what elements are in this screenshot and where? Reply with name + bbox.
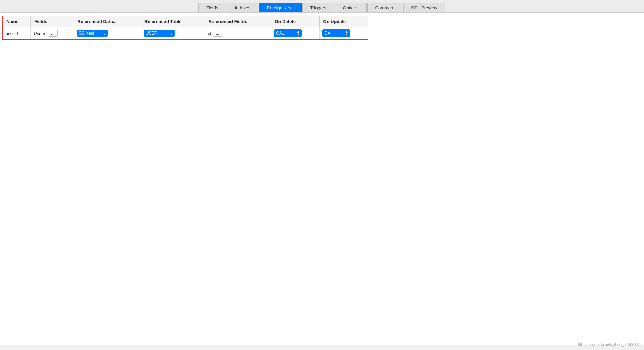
- on-delete-spinner-icon: ▲ ▼: [297, 30, 300, 36]
- cell-on-delete: CA... ▲ ▼: [271, 27, 320, 39]
- tab-comment[interactable]: Comment: [367, 3, 402, 12]
- table-row: userid Userid ... SSHtest ⌄: [3, 27, 368, 39]
- tab-triggers[interactable]: Triggers: [302, 3, 334, 12]
- on-update-select[interactable]: CA... ▲ ▼: [322, 29, 350, 37]
- tab-bar: FieldsIndexesForeign KeysTriggersOptions…: [0, 0, 644, 13]
- watermark: http://blog.csdn.net/github_34606293: [578, 342, 641, 347]
- tab-fields[interactable]: Fields: [198, 3, 226, 12]
- foreign-keys-table: Name Fields Referenced Data... Reference…: [3, 16, 368, 39]
- cell-fields: Userid ...: [31, 27, 74, 39]
- ref-table-select[interactable]: USER ⌄: [144, 30, 175, 37]
- table-header-row: Name Fields Referenced Data... Reference…: [3, 16, 368, 27]
- cell-ref-table: USER ⌄: [141, 27, 205, 39]
- col-header-ref-fields: Referenced Fields: [205, 16, 271, 27]
- cell-ref-fields: id ...: [205, 27, 271, 39]
- tab-foreign-keys[interactable]: Foreign Keys: [259, 3, 302, 12]
- fields-picker-button[interactable]: ...: [48, 30, 58, 37]
- on-update-spinner-icon: ▲ ▼: [345, 30, 348, 36]
- col-header-on-update: On Update: [320, 16, 368, 27]
- cell-name: userid: [3, 27, 31, 39]
- tab-options[interactable]: Options: [335, 3, 367, 12]
- ref-database-arrow-icon: ⌄: [103, 31, 106, 35]
- col-header-fields: Fields: [31, 16, 74, 27]
- cell-on-update: CA... ▲ ▼: [320, 27, 368, 39]
- col-header-ref-database: Referenced Data...: [74, 16, 141, 27]
- col-header-ref-table: Referenced Table: [141, 16, 205, 27]
- col-header-on-delete: On Delete: [271, 16, 320, 27]
- col-header-name: Name: [3, 16, 31, 27]
- tab-sql-preview[interactable]: SQL Preview: [403, 3, 445, 12]
- tab-indexes[interactable]: Indexes: [227, 3, 258, 12]
- ref-fields-picker-button[interactable]: ...: [213, 30, 222, 37]
- cell-ref-database: SSHtest ⌄: [74, 27, 141, 39]
- foreign-keys-table-wrapper: Name Fields Referenced Data... Reference…: [2, 16, 368, 40]
- main-content: Name Fields Referenced Data... Reference…: [0, 13, 644, 345]
- ref-database-select[interactable]: SSHtest ⌄: [77, 30, 108, 37]
- on-delete-select[interactable]: CA... ▲ ▼: [274, 29, 302, 37]
- ref-table-arrow-icon: ⌄: [170, 31, 173, 35]
